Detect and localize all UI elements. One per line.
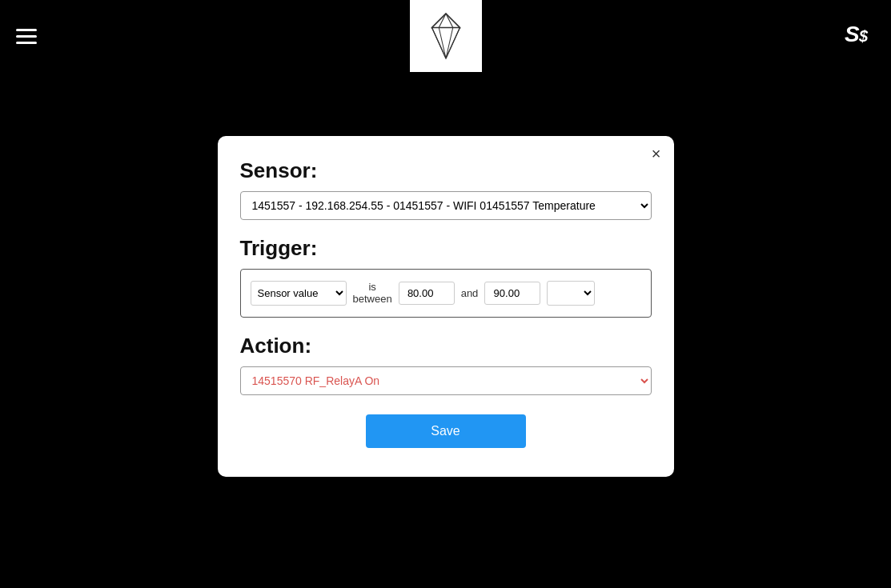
trigger-section-label: Trigger: xyxy=(240,236,652,261)
trigger-condition-box: Sensor value isbetween and °C °F xyxy=(240,269,652,318)
action-section-label: Action: xyxy=(240,334,652,358)
trigger-value2-input[interactable] xyxy=(484,282,540,305)
modal-overlay: × Sensor: 1451557 - 192.168.254.55 - 014… xyxy=(0,0,891,588)
sensor-section-label: Sensor: xyxy=(240,158,652,183)
sensor-select[interactable]: 1451557 - 192.168.254.55 - 01451557 - WI… xyxy=(240,191,652,220)
trigger-unit-select[interactable]: °C °F xyxy=(547,281,595,306)
trigger-value1-input[interactable] xyxy=(399,282,455,305)
close-button[interactable]: × xyxy=(652,146,661,162)
trigger-condition-select[interactable]: Sensor value xyxy=(251,281,347,306)
is-between-label: isbetween xyxy=(353,281,392,305)
modal-dialog: × Sensor: 1451557 - 192.168.254.55 - 014… xyxy=(218,136,674,477)
save-button[interactable]: Save xyxy=(366,414,526,448)
action-select[interactable]: 14515570 RF_RelayA On xyxy=(240,366,652,395)
and-label: and xyxy=(461,287,479,299)
